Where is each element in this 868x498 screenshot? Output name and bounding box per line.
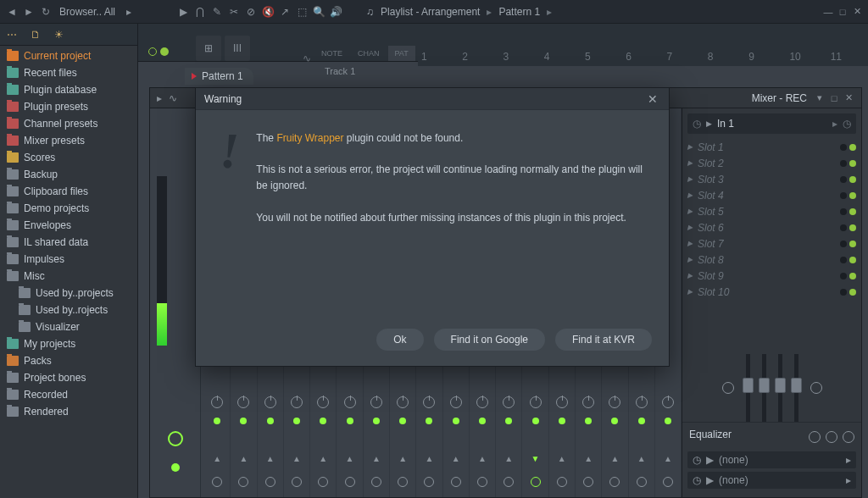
tool-slice-icon[interactable]: ↗ (278, 5, 292, 19)
pan-knob[interactable] (237, 396, 249, 408)
mute-led[interactable] (559, 418, 565, 424)
route-arrow-icon[interactable]: ▲ (319, 454, 327, 463)
mixer-menu-icon[interactable]: ▸ (157, 92, 162, 104)
sidebar-item[interactable]: Plugin database (0, 81, 137, 98)
mixer-close-icon[interactable]: ✕ (843, 92, 854, 104)
mute-led[interactable] (479, 418, 486, 424)
route-arrow-icon[interactable]: ▲ (584, 454, 593, 463)
slot-led[interactable] (840, 144, 847, 151)
send-knob[interactable] (451, 477, 461, 487)
sidebar-item[interactable]: Scores (0, 149, 137, 166)
tool-zoom-icon[interactable]: 🔍 (312, 5, 326, 19)
send-fader[interactable] (794, 354, 798, 422)
effect-slot[interactable]: ▶Slot 6 (687, 219, 856, 235)
clock-icon[interactable]: ◷ (843, 118, 851, 130)
mute-led[interactable] (320, 418, 326, 424)
effect-slot[interactable]: ▶Slot 2 (687, 155, 856, 171)
record-icon[interactable]: ⋂ (193, 5, 207, 19)
send-knob[interactable] (477, 477, 487, 487)
send-pan-knob[interactable] (722, 382, 734, 394)
effect-slot[interactable]: ▶Slot 5 (687, 203, 856, 219)
pattern-tab[interactable]: Pattern 1 (185, 68, 253, 85)
mute-led[interactable] (505, 418, 512, 424)
route-arrow-icon[interactable]: ▲ (292, 454, 301, 463)
find-google-button[interactable]: Find it on Google (434, 329, 545, 351)
pan-knob[interactable] (370, 396, 382, 408)
sidebar-item[interactable]: My projects (0, 335, 137, 352)
tab-pat[interactable]: PAT (388, 46, 415, 61)
timeline-ruler[interactable]: 1234567891011 (418, 47, 868, 66)
tool-mute-icon[interactable]: 🔇 (261, 5, 275, 19)
tool-stamp-icon[interactable]: ⊘ (244, 5, 258, 19)
slot-led[interactable] (840, 273, 847, 279)
send-fader[interactable] (778, 354, 782, 422)
mute-led[interactable] (532, 418, 539, 424)
mixer-output-2[interactable]: ◷ ▶ (none) ▸ (687, 472, 856, 489)
pan-knob[interactable] (450, 396, 462, 408)
pan-knob[interactable] (211, 396, 223, 408)
sidebar-item[interactable]: Used by..rojects (0, 302, 137, 318)
sidebar-item[interactable]: Clipboard files (0, 183, 137, 200)
send-knob[interactable] (504, 477, 514, 487)
send-knob[interactable] (265, 477, 275, 487)
send-fader[interactable] (746, 354, 750, 422)
pan-knob[interactable] (291, 396, 303, 408)
dialog-close-icon[interactable]: ✕ (645, 92, 660, 106)
slot-led[interactable] (840, 208, 847, 215)
send-knob[interactable] (292, 477, 302, 487)
nav-back-icon[interactable]: ◄ (5, 5, 19, 19)
tab-note[interactable]: NOTE (314, 46, 349, 61)
route-arrow-icon[interactable]: ▲ (504, 454, 513, 463)
mute-led[interactable] (453, 418, 459, 424)
send-pan-knob[interactable] (810, 382, 822, 394)
route-arrow-icon[interactable]: ▲ (664, 454, 672, 463)
slot-led[interactable] (840, 176, 847, 183)
tool-select-icon[interactable]: ⬚ (295, 5, 309, 19)
close-icon[interactable]: ✕ (851, 6, 863, 18)
pan-knob[interactable] (662, 396, 674, 408)
effect-slot[interactable]: ▶Slot 7 (687, 235, 856, 252)
ok-button[interactable]: Ok (376, 329, 423, 351)
effect-slot[interactable]: ▶Slot 3 (687, 171, 856, 187)
slot-led[interactable] (840, 241, 847, 247)
slot-led[interactable] (849, 144, 856, 151)
effect-slot[interactable]: ▶Slot 1 (687, 139, 856, 155)
mixer-wave-icon[interactable]: ∿ (169, 92, 177, 104)
sidebar-item[interactable]: Mixer presets (0, 132, 137, 149)
slot-led[interactable] (849, 273, 856, 279)
route-arrow-icon[interactable]: ▲ (425, 454, 433, 463)
master-pan-knob[interactable] (168, 431, 183, 446)
mute-led[interactable] (665, 418, 671, 424)
send-knob[interactable] (398, 477, 408, 487)
pan-knob[interactable] (636, 396, 648, 408)
mute-led[interactable] (638, 418, 645, 424)
pan-knob[interactable] (582, 396, 594, 408)
mute-led[interactable] (585, 418, 592, 424)
sidebar-item[interactable]: Current project (0, 47, 137, 64)
sidebar-item[interactable]: Packs (0, 352, 137, 369)
mute-led[interactable] (399, 418, 406, 424)
slot-led[interactable] (849, 208, 856, 215)
send-knob[interactable] (583, 477, 593, 487)
route-arrow-icon[interactable]: ▲ (346, 454, 354, 463)
effect-slot[interactable]: ▶Slot 10 (687, 284, 856, 300)
pan-knob[interactable] (609, 396, 620, 408)
sidebar-item[interactable]: Used by..projects (0, 285, 137, 302)
new-folder-icon[interactable]: 🗋 (31, 29, 41, 41)
eq-knob[interactable] (809, 431, 821, 443)
mute-led[interactable] (426, 418, 432, 424)
mixer-master-strip[interactable] (150, 108, 201, 497)
slot-led[interactable] (849, 176, 856, 183)
sidebar-item[interactable]: Recorded (0, 386, 137, 403)
route-arrow-icon[interactable]: ▲ (266, 454, 275, 463)
route-arrow-icon[interactable]: ▲ (637, 454, 646, 463)
route-arrow-icon[interactable]: ▲ (610, 454, 619, 463)
send-knob[interactable] (212, 477, 222, 487)
send-knob[interactable] (557, 477, 567, 487)
led-icon[interactable] (148, 47, 157, 56)
pan-knob[interactable] (503, 396, 515, 408)
tool-magnet-icon[interactable]: ✎ (210, 5, 224, 19)
sidebar-item[interactable]: Rendered (0, 403, 137, 420)
mute-led[interactable] (267, 418, 274, 424)
sidebar-item[interactable]: Project bones (0, 369, 137, 386)
